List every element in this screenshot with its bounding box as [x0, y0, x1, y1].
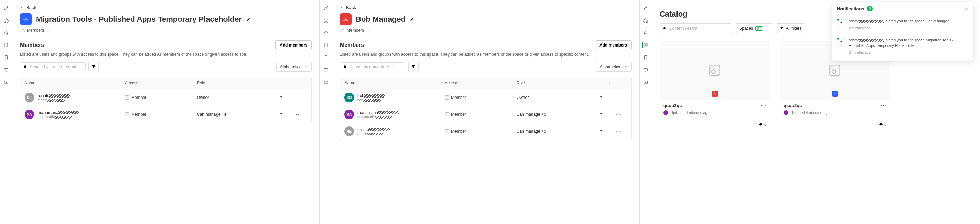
spaces-filter[interactable]: Spaces All	[735, 24, 772, 33]
filter-icon	[780, 26, 784, 30]
home-icon[interactable]	[323, 17, 329, 24]
user-sub: mariamaria	[38, 115, 79, 119]
user-sub: mariamaria	[357, 115, 399, 119]
card-views: 0	[780, 120, 890, 130]
rocket-icon[interactable]	[3, 5, 10, 11]
star-icon[interactable]	[3, 30, 10, 36]
back-link[interactable]: Back	[340, 5, 632, 10]
space-title: Migration Tools - Published Apps Tempora…	[36, 15, 242, 24]
gear-icon	[837, 38, 845, 46]
avatar	[784, 110, 788, 115]
search-input[interactable]: Search by name or email	[340, 62, 406, 71]
bookmark-icon[interactable]	[323, 54, 329, 61]
search-input[interactable]: Search by name or email	[20, 62, 86, 71]
table-header: NameAccessRole	[340, 77, 631, 89]
space-icon	[340, 13, 352, 25]
user-name: renato	[38, 93, 70, 98]
grid-icon[interactable]	[642, 42, 648, 48]
app-icon	[707, 63, 722, 78]
avatar: MA	[344, 110, 354, 119]
chevron-down-icon	[279, 95, 283, 100]
clipboard-icon[interactable]	[323, 42, 329, 48]
section-title: Members	[340, 42, 364, 48]
user-name: mariamaria	[38, 110, 79, 115]
nav-sidebar	[320, 0, 332, 224]
chevron-down-icon	[305, 65, 308, 69]
row-more-button[interactable]: ⋯	[610, 111, 627, 118]
space-title: Bob Managed	[356, 15, 406, 24]
star-icon[interactable]	[643, 30, 649, 36]
nav-sidebar	[640, 0, 652, 224]
notifications-more-button[interactable]: ⋯	[963, 6, 968, 11]
notification-item[interactable]: renato invited you to the space Migratio…	[832, 34, 973, 58]
card-more-button[interactable]: ⋯	[881, 103, 886, 109]
row-more-button[interactable]: ⋯	[610, 128, 627, 135]
nav-sidebar	[0, 0, 13, 224]
monitor-icon[interactable]	[323, 67, 329, 73]
role-select[interactable]: Owner	[197, 95, 290, 100]
access-cell: Member	[445, 95, 517, 100]
search-icon	[23, 65, 28, 69]
monitor-icon[interactable]	[643, 67, 649, 73]
add-members-button[interactable]: Add members	[275, 40, 312, 50]
mail-icon[interactable]	[643, 79, 649, 85]
notification-time: 2 minutes ago	[849, 50, 968, 55]
members-dropdown[interactable]: Members	[340, 28, 632, 33]
pencil-icon[interactable]	[410, 17, 414, 22]
members-table: NameAccessRole BO bob bob Member	[340, 77, 632, 140]
table-row: RE renato renato Member Owner	[21, 89, 312, 106]
section-description: Listed are users and groups with access …	[20, 52, 312, 57]
pencil-icon[interactable]	[246, 17, 251, 22]
notifications-popover: Notifications 2 ⋯ renato invited you to …	[832, 2, 974, 61]
bookmark-icon[interactable]	[3, 54, 10, 61]
role-select[interactable]: Can manage +4	[197, 112, 290, 117]
clipboard-icon[interactable]	[3, 42, 10, 48]
members-dropdown[interactable]: Members	[20, 28, 312, 33]
home-icon[interactable]	[643, 17, 649, 24]
section-description: Listed are users and groups with access …	[340, 52, 632, 57]
back-link[interactable]: Back	[20, 5, 312, 10]
user-name: bob	[357, 93, 385, 98]
role-select[interactable]: Can manage +5	[517, 129, 610, 134]
add-members-button[interactable]: Add members	[595, 40, 632, 50]
sort-dropdown[interactable]: Alphabetical	[596, 62, 632, 72]
all-filters-button[interactable]: All filters	[776, 24, 805, 33]
table-row: BO bob bob Member Owner	[340, 89, 631, 106]
rocket-icon[interactable]	[323, 5, 329, 11]
notification-item[interactable]: renato invited you to the space Bob Mana…	[832, 15, 973, 34]
card-title: qsop2qc	[663, 103, 682, 108]
mail-icon[interactable]	[3, 79, 10, 85]
section-title: Members	[20, 42, 44, 48]
role-select[interactable]: Can manage +5	[517, 112, 610, 117]
star-icon[interactable]	[323, 30, 329, 36]
bookmark-icon[interactable]	[643, 54, 649, 61]
user-name: mariamaria	[357, 110, 399, 115]
space-mini-icon	[712, 91, 718, 97]
role-select[interactable]: Owner	[517, 95, 610, 100]
card-views: 0	[660, 120, 770, 130]
catalog-card[interactable]: qsop2qc ⋯ Updated 4 minutes ago 0	[660, 41, 770, 130]
table-header: NameAccessRole	[21, 77, 312, 89]
row-more-button[interactable]: ⋯	[290, 111, 307, 118]
filter-button[interactable]	[88, 62, 99, 72]
gear-icon	[837, 19, 845, 27]
card-thumbnail	[660, 41, 770, 99]
mail-icon[interactable]	[323, 79, 329, 85]
filter-button[interactable]	[408, 62, 418, 72]
card-more-button[interactable]: ⋯	[760, 103, 766, 109]
content-search-input[interactable]: Content search	[660, 24, 732, 33]
notifications-title: Notifications	[837, 6, 864, 11]
chevron-down-icon	[599, 95, 603, 100]
monitor-icon[interactable]	[3, 67, 10, 73]
rocket-icon[interactable]	[643, 5, 649, 11]
chevron-down-icon	[765, 27, 768, 30]
table-row: RE renato renato Member Can manage +5	[340, 123, 631, 140]
avatar	[663, 110, 668, 115]
home-icon[interactable]	[3, 17, 10, 24]
chevron-down-icon	[599, 112, 603, 117]
access-cell: Member	[125, 95, 197, 100]
chevron-down-icon	[46, 28, 51, 33]
member-badge-icon	[445, 112, 449, 117]
access-cell: Member	[445, 129, 517, 134]
sort-dropdown[interactable]: Alphabetical	[276, 62, 312, 72]
